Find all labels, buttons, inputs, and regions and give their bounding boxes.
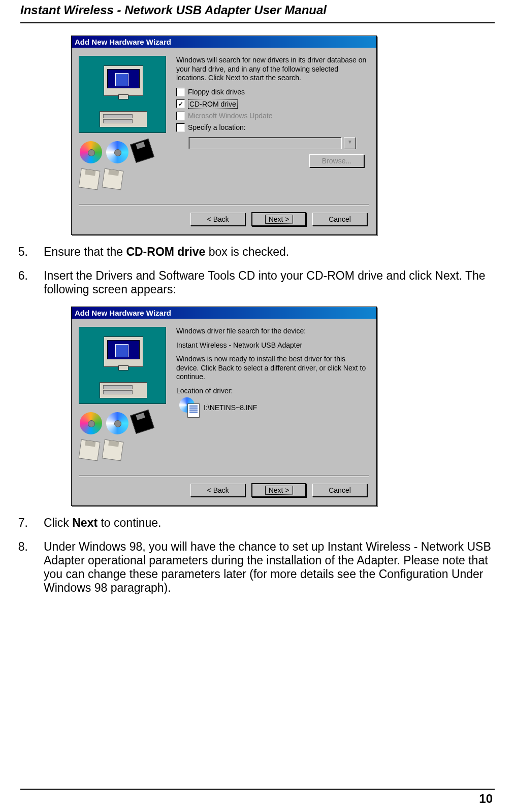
browse-button: Browse...: [309, 154, 364, 167]
floppy-icon: [130, 410, 154, 434]
step-8: Under Windows 98, you will have the chan…: [38, 540, 495, 595]
back-button[interactable]: < Back: [190, 484, 245, 497]
checkbox-icon: [176, 123, 185, 132]
back-button[interactable]: < Back: [190, 213, 245, 226]
install-ready-text: Windows is now ready to install the best…: [176, 355, 369, 382]
driver-file-icon: [179, 397, 200, 418]
instruction-list: Click Next to continue. Under Windows 98…: [38, 516, 495, 595]
wizard-dialog-search-locations: Add New Hardware Wizard Windows will sea…: [71, 36, 377, 235]
wizard-dialog-ready-install: Add New Hardware Wizard Windows driver f…: [71, 307, 377, 506]
cancel-button[interactable]: Cancel: [312, 213, 367, 226]
step-5: Ensure that the CD-ROM drive box is chec…: [38, 245, 495, 259]
checkbox-specify-location[interactable]: Specify a location:: [176, 123, 369, 132]
checkbox-label: CD-ROM drive: [188, 99, 238, 109]
step-text: box is checked.: [205, 245, 289, 258]
top-rule: [20, 22, 495, 23]
checkbox-icon: [176, 112, 185, 120]
floppy-icon: [130, 139, 154, 163]
step-text-bold: CD-ROM drive: [126, 245, 205, 258]
search-label: Windows driver file search for the devic…: [176, 327, 369, 336]
intro-text: Windows will search for new drivers in i…: [176, 56, 369, 83]
checkbox-floppy[interactable]: Floppy disk drives: [176, 88, 369, 96]
checkbox-label: Specify a location:: [188, 123, 246, 131]
instruction-list: Ensure that the CD-ROM drive box is chec…: [38, 245, 495, 296]
step-6: Insert the Drivers and Software Tools CD…: [38, 269, 495, 296]
computer-graphic: [79, 327, 166, 404]
step-text-bold: Next: [72, 516, 98, 529]
location-label: Location of driver:: [176, 387, 369, 396]
floppy-icon: [79, 168, 101, 190]
floppy-icon: [79, 439, 101, 461]
next-button[interactable]: Next >: [251, 483, 306, 497]
step-7: Click Next to continue.: [38, 516, 495, 530]
step-text: Click: [44, 516, 72, 529]
cd-icon: [106, 412, 128, 434]
step-text: to continue.: [98, 516, 161, 529]
driver-path: I:\NETINS~8.INF: [204, 403, 257, 412]
bottom-rule: [20, 789, 495, 790]
computer-graphic: [79, 56, 166, 133]
checkbox-cdrom[interactable]: CD-ROM drive: [176, 99, 369, 109]
title-bar: Add New Hardware Wizard: [72, 307, 376, 319]
dropdown-button[interactable]: ▼: [344, 137, 356, 149]
step-text: Ensure that the: [44, 245, 126, 258]
checkbox-icon: [176, 99, 185, 108]
location-input[interactable]: [188, 137, 342, 149]
title-bar-text: Add New Hardware Wizard: [75, 309, 171, 317]
floppy-icon: [102, 168, 124, 190]
document-title: Instant Wireless - Network USB Adapter U…: [20, 3, 495, 17]
wizard-illustration: [79, 56, 170, 202]
next-button[interactable]: Next >: [251, 212, 306, 226]
cd-icon: [106, 141, 128, 163]
title-bar: Add New Hardware Wizard: [72, 36, 376, 48]
floppy-icon: [102, 439, 124, 461]
page-number: 10: [20, 792, 495, 812]
checkbox-windows-update: Microsoft Windows Update: [176, 112, 369, 120]
device-name: Instant Wireless - Network USB Adapter: [176, 341, 369, 350]
cancel-button[interactable]: Cancel: [312, 484, 367, 497]
cd-icon: [80, 412, 102, 434]
title-bar-text: Add New Hardware Wizard: [75, 38, 171, 46]
checkbox-icon: [176, 88, 185, 96]
checkbox-label: Floppy disk drives: [188, 88, 245, 96]
checkbox-label: Microsoft Windows Update: [188, 112, 273, 120]
cd-icon: [80, 141, 102, 163]
wizard-illustration: [79, 327, 170, 473]
